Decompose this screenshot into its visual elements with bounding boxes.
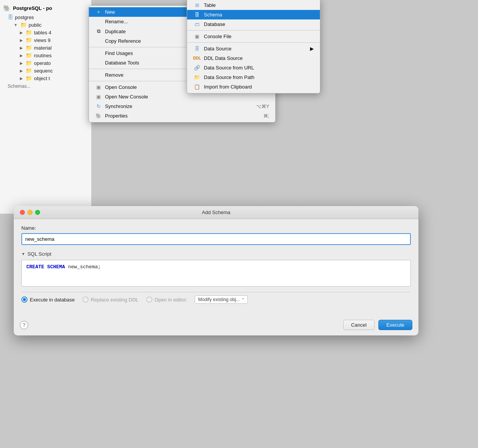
expand-arrow: ▶ (20, 76, 23, 81)
plus-icon: + (95, 9, 102, 15)
sync-icon: ↻ (95, 103, 102, 109)
data-source-label: Data Source (204, 46, 231, 52)
duplicate-icon: ⧉ (95, 28, 102, 34)
public-label: public (29, 22, 42, 28)
tree-item-postgres[interactable]: 🗄 postgres (0, 13, 91, 21)
expand-arrow: ▶ (20, 61, 23, 65)
tree-item-routines[interactable]: ▶ 📁 routines (0, 52, 91, 59)
menu-item-properties[interactable]: 🐘 Properties ⌘; (89, 111, 275, 121)
schema-label: Schema (204, 12, 222, 18)
help-icon: ? (23, 322, 26, 328)
sequences-label: sequenc (34, 68, 53, 74)
data-source-url-label: Data Source from URL (204, 65, 254, 71)
submenu-item-data-source-url[interactable]: 🔗 Data Source from URL (187, 63, 320, 73)
name-input[interactable] (21, 233, 411, 245)
tree-item-public[interactable]: ▼ 📁 public (0, 21, 91, 29)
open-editor-dropdown[interactable]: Modify existing obj... ⌃ (195, 295, 248, 304)
add-schema-dialog: Add Schema Name: ▼ SQL Script CREATE SCH… (14, 206, 418, 335)
console-file-label: Console File (204, 34, 231, 39)
operators-label: operato (34, 60, 51, 66)
folder-icon: 📁 (26, 52, 32, 58)
submenu-item-database[interactable]: 🗃 Database (187, 19, 320, 29)
schemas-link[interactable]: Schemas... (0, 82, 91, 90)
expand-arrow: ▶ (20, 38, 23, 42)
execute-in-db-option[interactable]: Execute in database (21, 297, 75, 303)
tree-item-material[interactable]: ▶ 📁 material (0, 44, 91, 52)
synchronize-shortcut: ⌥⌘Y (256, 104, 269, 109)
submenu-item-import-clipboard[interactable]: 📋 Import from Clipboard (187, 82, 320, 92)
tree-item-sequences[interactable]: ▶ 📁 sequenc (0, 67, 91, 74)
close-button[interactable] (20, 210, 25, 215)
tables-label: tables 4 (34, 30, 52, 35)
minimize-button[interactable] (27, 210, 32, 215)
tree-root-label: PostgreSQL - po (13, 5, 52, 11)
folder-icon: 📁 (26, 29, 32, 35)
open-new-console-label: Open New Console (105, 94, 269, 100)
open-in-editor-option[interactable]: Open in editor: (146, 297, 187, 303)
tree-item-tables[interactable]: ▶ 📁 tables 4 (0, 29, 91, 36)
sql-section-label: SQL Script (27, 251, 51, 257)
submenu-item-data-source-path[interactable]: 📁 Data Source from Path (187, 73, 320, 82)
open-editor-option-text: Modify existing obj... (198, 297, 240, 302)
routines-label: routines (34, 53, 52, 58)
views-label: views 9 (34, 37, 50, 43)
submenu-item-console-file[interactable]: ▣ Console File (187, 32, 320, 41)
menu-item-synchronize[interactable]: ↻ Synchronize ⌥⌘Y (89, 102, 275, 111)
synchronize-label: Synchronize (105, 103, 256, 109)
traffic-lights (20, 210, 40, 215)
material-label: material (34, 45, 52, 51)
execute-button[interactable]: Execute (378, 320, 412, 330)
data-source-path-label: Data Source from Path (204, 74, 254, 80)
schema-icon: 🗄 (193, 12, 201, 18)
sql-normal: new_schema; (68, 264, 101, 270)
ddl-icon: DDL (193, 56, 201, 60)
replace-ddl-radio[interactable] (82, 297, 89, 303)
expand-arrow: ▶ (20, 31, 23, 35)
open-in-editor-radio[interactable] (146, 297, 152, 303)
objects-label: object t (34, 76, 50, 81)
footer-buttons: Cancel Execute (343, 320, 412, 330)
execute-in-db-label: Execute in database (30, 297, 75, 303)
folder-icon: 📁 (26, 68, 32, 74)
folder-icon: 📁 (26, 60, 32, 66)
folder-icon: 🗄 (8, 14, 13, 20)
help-button[interactable]: ? (20, 321, 28, 329)
cancel-button[interactable]: Cancel (343, 320, 375, 330)
dropdown-arrow-icon: ⌃ (241, 298, 244, 302)
tree-panel: 🐘 PostgreSQL - po 🗄 postgres ▼ 📁 public … (0, 0, 92, 214)
submenu-item-schema[interactable]: 🗄 Schema (187, 10, 320, 19)
tree-item-objects[interactable]: ▶ 📁 object t (0, 74, 91, 82)
folder-icon: 📁 (26, 75, 32, 81)
dialog-title: Add Schema (202, 209, 230, 215)
properties-shortcut: ⌘; (263, 113, 269, 119)
expand-arrow: ▶ (20, 53, 23, 58)
folder-icon: 📁 (26, 37, 32, 43)
arrow-right-icon: ▶ (310, 46, 314, 52)
database-icon: 🗃 (193, 21, 201, 27)
tree-item-operators[interactable]: ▶ 📁 operato (0, 59, 91, 67)
sql-editor: CREATE SCHEMA new_schema; (21, 260, 411, 287)
tree-item-views[interactable]: ▶ 📁 views 9 (0, 36, 91, 44)
import-clipboard-label: Import from Clipboard (204, 84, 252, 90)
collapse-arrow-icon: ▼ (21, 252, 25, 256)
execute-in-db-radio[interactable] (21, 297, 27, 303)
properties-icon: 🐘 (95, 113, 102, 119)
postgres-label: postgres (15, 15, 34, 20)
sql-keyword: CREATE SCHEMA (26, 264, 65, 270)
expand-arrow: ▼ (14, 23, 18, 27)
url-icon: 🔗 (193, 65, 201, 71)
submenu-item-data-source[interactable]: 🗄 Data Source ▶ (187, 44, 320, 53)
name-field-label: Name: (21, 225, 411, 231)
ddl-data-source-label: DDL Data Source (204, 55, 242, 61)
folder-icon: 📁 (26, 45, 32, 51)
maximize-button[interactable] (35, 210, 40, 215)
dialog-body: Name: ▼ SQL Script CREATE SCHEMA new_sch… (14, 219, 418, 316)
open-in-editor-label: Open in editor: (155, 297, 187, 303)
sql-section-header[interactable]: ▼ SQL Script (21, 251, 411, 257)
submenu-item-ddl-data-source[interactable]: DDL DDL Data Source (187, 53, 320, 63)
elephant-icon: 🐘 (3, 5, 11, 12)
dialog-footer: ? Cancel Execute (14, 316, 418, 335)
database-label: Database (204, 21, 225, 27)
replace-ddl-option[interactable]: Replace existing DDL (82, 297, 139, 303)
submenu-item-table[interactable]: ⊞ Table (187, 0, 320, 10)
